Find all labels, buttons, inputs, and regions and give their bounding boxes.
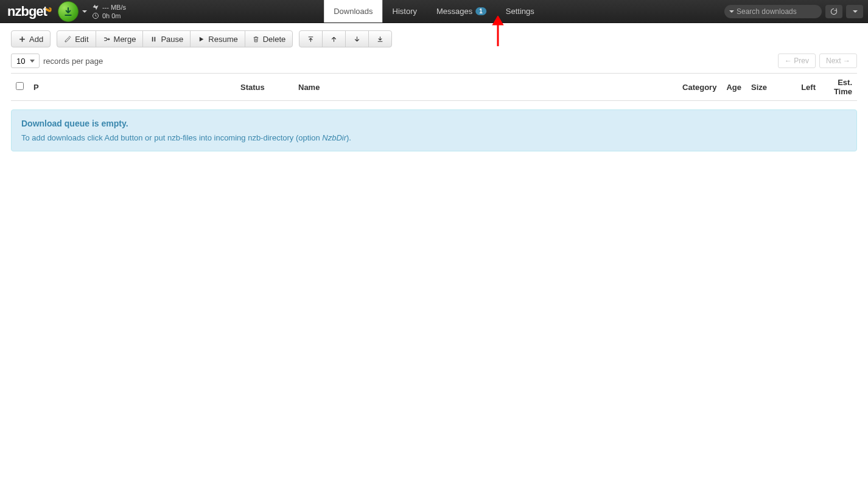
- resume-button[interactable]: Resume: [190, 30, 245, 47]
- controls-row: 10 records per page ← Prev Next →: [0, 54, 868, 73]
- merge-label: Merge: [114, 35, 136, 44]
- search-input[interactable]: [737, 7, 828, 16]
- queue-table: P Status Name Category Age Size Left Est…: [11, 73, 857, 101]
- alert-title: Download queue is empty.: [21, 119, 847, 128]
- col-est-time[interactable]: Est. Time: [821, 74, 857, 101]
- pause-button[interactable]: Pause: [142, 30, 191, 47]
- records-per-page-select[interactable]: 10: [11, 54, 40, 68]
- svg-rect-1: [152, 36, 153, 41]
- move-up-button[interactable]: [322, 30, 346, 47]
- top-navbar: nzbget༄ --- MB/s 0h 0m Downloads History…: [0, 0, 868, 23]
- edit-icon: [64, 35, 72, 43]
- col-left[interactable]: Left: [772, 74, 821, 101]
- plus-icon: [18, 35, 26, 43]
- add-label: Add: [29, 35, 43, 44]
- svg-rect-2: [155, 36, 156, 41]
- delete-label: Delete: [263, 35, 286, 44]
- refresh-button[interactable]: [825, 5, 842, 18]
- table-header-row: P Status Name Category Age Size Left Est…: [11, 74, 857, 101]
- resume-label: Resume: [208, 35, 237, 44]
- tab-messages[interactable]: Messages 1: [427, 0, 496, 22]
- tab-downloads[interactable]: Downloads: [324, 0, 382, 22]
- move-bottom-icon: [376, 35, 384, 43]
- search-filter-caret-icon[interactable]: [729, 10, 734, 13]
- col-name[interactable]: Name: [293, 74, 677, 101]
- col-category[interactable]: Category: [677, 74, 721, 101]
- trash-icon: [252, 35, 260, 43]
- move-down-icon: [353, 35, 361, 43]
- pause-icon: [150, 35, 158, 43]
- edit-label: Edit: [75, 35, 88, 44]
- records-select-wrap: 10: [11, 54, 40, 68]
- move-top-button[interactable]: [299, 30, 323, 47]
- brand-logo[interactable]: nzbget༄: [0, 4, 55, 19]
- speed-value: --- MB/s: [102, 3, 126, 12]
- next-page-button[interactable]: Next →: [819, 54, 857, 68]
- action-toolbar: Add Edit Merge Pause Resume Delete: [0, 23, 868, 54]
- alert-text: To add downloads click Add button or put…: [21, 133, 847, 142]
- status-dropdown-caret-icon[interactable]: [82, 10, 87, 13]
- search-box[interactable]: ✖: [724, 5, 822, 18]
- merge-button[interactable]: Merge: [96, 30, 144, 47]
- move-top-icon: [307, 35, 315, 43]
- arrow-down-icon: [63, 7, 73, 16]
- add-button[interactable]: Add: [11, 30, 51, 47]
- speed-status: --- MB/s 0h 0m: [92, 3, 126, 20]
- pause-label: Pause: [161, 35, 183, 44]
- edit-button[interactable]: Edit: [57, 30, 96, 47]
- download-status-icon[interactable]: [58, 1, 79, 22]
- play-icon: [197, 35, 205, 43]
- alert-text-pre: To add downloads click Add button or put…: [21, 133, 322, 142]
- brand-part2: get: [29, 4, 47, 19]
- delete-button[interactable]: Delete: [245, 30, 293, 47]
- empty-queue-alert: Download queue is empty. To add download…: [11, 109, 857, 151]
- select-all-checkbox[interactable]: [16, 82, 24, 90]
- brand-rss-icon: ༄: [46, 5, 51, 18]
- tab-settings-label: Settings: [506, 7, 534, 16]
- navbar-right: ✖: [724, 5, 868, 18]
- tab-messages-label: Messages: [436, 7, 472, 16]
- move-bottom-button[interactable]: [368, 30, 392, 47]
- clock-icon: [92, 12, 99, 19]
- edit-group: Edit Merge Pause Resume Delete: [57, 30, 293, 47]
- col-age[interactable]: Age: [721, 74, 746, 101]
- brand-part1: nzb: [7, 4, 29, 19]
- alert-text-post: ).: [346, 133, 351, 142]
- col-size[interactable]: Size: [746, 74, 772, 101]
- more-menu-button[interactable]: [846, 5, 863, 18]
- move-up-icon: [330, 35, 338, 43]
- more-menu-caret-icon: [853, 10, 858, 13]
- tab-downloads-label: Downloads: [334, 7, 373, 16]
- queue-table-wrap: P Status Name Category Age Size Left Est…: [0, 73, 868, 101]
- tab-settings[interactable]: Settings: [496, 0, 544, 22]
- merge-icon: [103, 35, 111, 43]
- main-nav-tabs: Downloads History Messages 1 Settings: [324, 0, 544, 22]
- speed-icon: [92, 4, 99, 11]
- tab-history-label: History: [393, 7, 417, 16]
- col-priority[interactable]: P: [29, 74, 236, 101]
- time-remaining: 0h 0m: [102, 12, 121, 20]
- alert-text-em: NzbDir: [322, 133, 346, 142]
- move-group: [299, 30, 392, 47]
- tab-history[interactable]: History: [383, 0, 427, 22]
- col-status[interactable]: Status: [236, 74, 293, 101]
- col-checkbox: [11, 74, 29, 101]
- messages-badge: 1: [475, 7, 486, 15]
- move-down-button[interactable]: [345, 30, 369, 47]
- pagination: ← Prev Next →: [778, 54, 857, 68]
- refresh-icon: [830, 7, 838, 16]
- records-label: records per page: [43, 57, 103, 66]
- prev-page-button[interactable]: ← Prev: [778, 54, 816, 68]
